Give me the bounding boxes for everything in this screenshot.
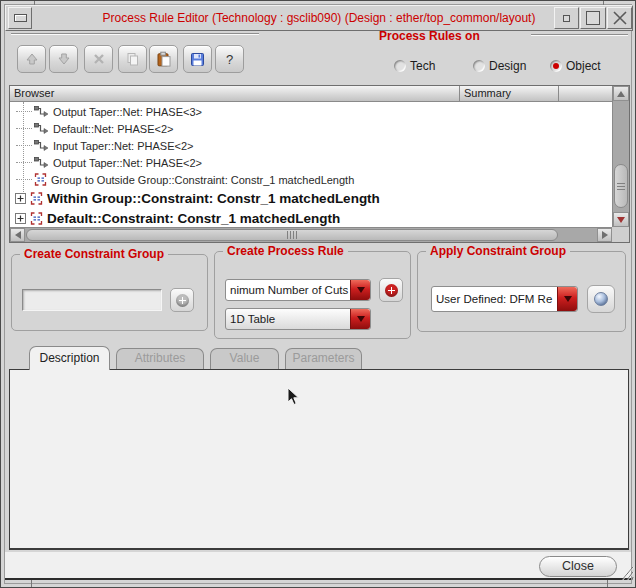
- delete-button[interactable]: [84, 45, 113, 73]
- thumb-grip: [293, 231, 294, 239]
- paste-icon: [155, 51, 172, 68]
- help-button[interactable]: ?: [215, 45, 244, 73]
- maximize-button[interactable]: [580, 7, 606, 29]
- tree-item-label: Output Taper::Net: PHASE<2>: [53, 157, 202, 169]
- radio-tech-label: Tech: [410, 59, 435, 73]
- tree-row[interactable]: Default::Constraint: Constr_1 matchedLen…: [10, 209, 612, 227]
- chevron-down-icon[interactable]: [350, 309, 370, 329]
- move-down-button[interactable]: [49, 45, 78, 73]
- browser-header: Browser Summary: [10, 86, 612, 102]
- tab-attributes[interactable]: Attributes: [116, 348, 204, 369]
- copy-button[interactable]: [118, 45, 147, 73]
- scroll-down-button[interactable]: [613, 212, 629, 227]
- scroll-left-button[interactable]: [10, 228, 25, 242]
- scroll-down-icon: [617, 217, 625, 223]
- tree-connector: [16, 128, 32, 129]
- add-constraint-group-button[interactable]: [170, 288, 194, 312]
- tree-row[interactable]: Output Taper::Net: PHASE<3>: [10, 103, 612, 120]
- minimize-button[interactable]: [554, 7, 579, 29]
- chevron-down-icon[interactable]: [557, 287, 577, 311]
- tree-row[interactable]: Input Taper::Net: PHASE<2>: [10, 137, 612, 154]
- tree-item-label: Input Taper::Net: PHASE<2>: [53, 140, 193, 152]
- tree-row[interactable]: Group to Outside Group::Constraint: Cons…: [10, 171, 612, 188]
- thumb-grip: [287, 231, 288, 239]
- thumb-grip: [617, 186, 625, 187]
- browser-panel: Browser Summary Output Taper::Net: PHASE…: [9, 85, 630, 243]
- tab-value[interactable]: Value: [210, 348, 279, 369]
- chevron-down-icon[interactable]: [350, 280, 370, 300]
- close-window-button[interactable]: [607, 7, 632, 29]
- constraint-group-dropdown[interactable]: User Defined: DFM Re: [431, 286, 578, 312]
- rule-type-value: nimum Number of Cuts: [230, 280, 349, 300]
- description-tab-panel: [9, 369, 629, 550]
- column-header-summary[interactable]: Summary: [460, 86, 559, 102]
- net-icon: [34, 140, 49, 151]
- vertical-scrollbar[interactable]: [612, 86, 629, 227]
- tree-connector: [16, 145, 32, 146]
- scroll-up-icon: [617, 91, 625, 97]
- browser-tree[interactable]: Output Taper::Net: PHASE<3> Default::Net…: [10, 102, 612, 227]
- titlebar[interactable]: Process Rule Editor (Technology : gsclib…: [5, 5, 633, 31]
- close-button[interactable]: Close: [539, 556, 617, 577]
- constraint-group-value: User Defined: DFM Re: [436, 287, 556, 311]
- plus-icon: [176, 294, 189, 307]
- scroll-right-button[interactable]: [597, 228, 612, 242]
- rule-type-dropdown[interactable]: nimum Number of Cuts: [225, 279, 371, 301]
- create-process-rule-label: Create Process Rule: [223, 244, 348, 258]
- tab-description[interactable]: Description: [29, 346, 110, 370]
- paste-button[interactable]: [149, 45, 178, 73]
- create-process-rule-box: Create Process Rule nimum Number of Cuts…: [214, 251, 411, 339]
- add-process-rule-button[interactable]: [379, 278, 403, 302]
- tab-parameters[interactable]: Parameters: [285, 348, 362, 369]
- tree-item-label: Group to Outside Group::Constraint: Cons…: [51, 174, 354, 186]
- plus-icon: [385, 284, 398, 297]
- expand-icon[interactable]: [15, 193, 26, 204]
- copy-icon: [124, 51, 141, 68]
- column-header-filler: [559, 86, 612, 102]
- create-constraint-group-box: Create Constraint Group: [11, 254, 208, 331]
- radio-design[interactable]: [473, 60, 485, 72]
- scroll-up-button[interactable]: [613, 86, 629, 101]
- radio-design-label: Design: [489, 59, 526, 73]
- constraint-icon: [30, 212, 43, 225]
- apply-constraint-group-label: Apply Constraint Group: [426, 244, 570, 258]
- tree-item-label: Output Taper::Net: PHASE<3>: [53, 106, 202, 118]
- scroll-right-icon: [602, 231, 608, 239]
- toolbar-separator: [11, 33, 259, 35]
- net-icon: [34, 157, 49, 168]
- horizontal-scrollbar[interactable]: [10, 227, 612, 242]
- create-constraint-group-label: Create Constraint Group: [20, 247, 168, 261]
- horizontal-scroll-thumb[interactable]: [26, 229, 558, 241]
- arrow-down-icon: [56, 51, 72, 67]
- apply-button[interactable]: [587, 285, 615, 313]
- radio-dot: [553, 63, 559, 69]
- constraint-icon: [30, 192, 43, 205]
- table-type-dropdown[interactable]: 1D Table: [225, 308, 371, 330]
- tree-connector: [16, 179, 32, 180]
- footer-bar: Close: [5, 552, 631, 580]
- maximize-icon: [586, 11, 600, 25]
- scrollbar-corner: [612, 227, 629, 242]
- help-icon: ?: [226, 52, 233, 67]
- tree-row[interactable]: Default::Net: PHASE<2>: [10, 120, 612, 137]
- tree-item-label: Default::Net: PHASE<2>: [53, 123, 173, 135]
- frame-joint: [607, 579, 608, 587]
- radio-object-label: Object: [566, 59, 601, 73]
- expand-icon[interactable]: [15, 213, 26, 224]
- tree-item-label: Default::Constraint: Constr_1 matchedLen…: [47, 211, 340, 226]
- tree-row[interactable]: Output Taper::Net: PHASE<2>: [10, 154, 612, 171]
- move-up-button[interactable]: [17, 45, 46, 73]
- save-button[interactable]: [183, 45, 212, 73]
- tree-connector: [16, 111, 32, 112]
- radio-tech[interactable]: [394, 60, 406, 72]
- resize-grip[interactable]: [620, 565, 634, 581]
- thumb-grip: [296, 231, 297, 239]
- constraint-group-name-input[interactable]: [22, 289, 162, 311]
- radio-object[interactable]: [550, 60, 562, 72]
- thumb-grip: [617, 183, 625, 184]
- close-icon: [612, 10, 628, 26]
- column-header-browser[interactable]: Browser: [10, 86, 460, 102]
- tree-row[interactable]: Within Group::Constraint: Constr_1 match…: [10, 189, 612, 208]
- vertical-scroll-thumb[interactable]: [614, 164, 628, 208]
- process-rule-editor-window: Process Rule Editor (Technology : gsclib…: [0, 0, 636, 588]
